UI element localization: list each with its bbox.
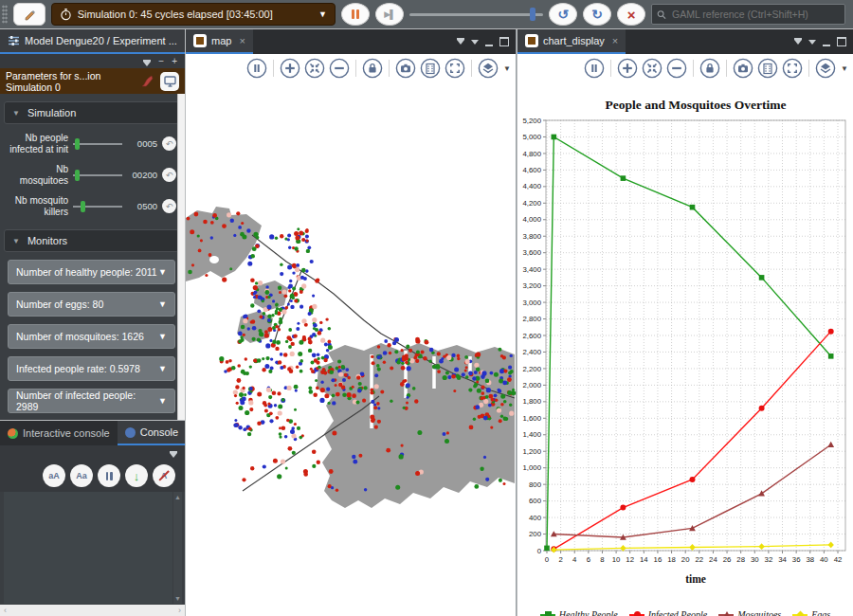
maximize-icon[interactable] [499, 37, 509, 46]
expand-all-icon[interactable]: + [172, 57, 177, 66]
maximize-icon[interactable] [837, 37, 846, 46]
console-output[interactable] [4, 492, 172, 604]
revert-parameter-button[interactable]: ↶ [162, 199, 176, 213]
tab-model-experiment[interactable]: Model Dengue20 / Experiment ... × [0, 29, 185, 54]
svg-text:5,200: 5,200 [522, 117, 541, 125]
scroll-right-icon[interactable]: › [178, 606, 181, 615]
cycle-delay-slider[interactable] [409, 5, 543, 24]
edit-model-button[interactable] [13, 3, 45, 26]
zoom-out-icon[interactable] [329, 58, 350, 79]
map-tabbar: map × [186, 29, 516, 54]
slider-handle[interactable] [75, 138, 80, 150]
filter-icon[interactable] [457, 40, 464, 45]
overlay-icon[interactable] [757, 58, 778, 79]
monitor-dropdown[interactable]: Number of healthy people: 2011 ▼ [8, 260, 175, 284]
pause-icon[interactable] [584, 58, 605, 79]
zoom-in-icon[interactable] [617, 58, 638, 79]
monitor-dropdown[interactable]: Number of eggs: 80 ▼ [8, 292, 175, 317]
legend-marker [718, 610, 734, 616]
tab-map[interactable]: map × [186, 29, 253, 54]
zoom-fit-icon[interactable] [642, 58, 662, 79]
slider-handle[interactable] [81, 201, 85, 212]
sort-icon[interactable] [471, 40, 479, 45]
close-icon[interactable]: × [612, 35, 618, 46]
parameter-value: 0500 [127, 201, 157, 211]
lock-icon[interactable] [362, 58, 383, 79]
monitor-dropdown[interactable]: Number of infected people: 2989 ▼ [8, 389, 175, 413]
pause-icon[interactable] [246, 58, 267, 79]
svg-text:40: 40 [820, 555, 828, 564]
section-monitors[interactable]: ▼ Monitors [4, 229, 179, 252]
revert-parameter-button[interactable]: ↶ [162, 136, 176, 151]
filter-icon[interactable] [170, 453, 177, 458]
sliders-icon [8, 35, 20, 46]
parameter-label: Nb mosquito killers [6, 195, 68, 217]
pause-console-button[interactable] [98, 464, 120, 487]
parameters-scrollbar[interactable] [177, 94, 185, 420]
tab-interactive-console[interactable]: Interactive console [0, 421, 118, 445]
revert-parameter-button[interactable]: ↶ [162, 168, 176, 182]
scroll-down-icon[interactable]: ▼ [174, 595, 181, 602]
layers-icon[interactable] [815, 58, 836, 79]
gaml-search-input[interactable] [670, 8, 840, 21]
snapshot-icon[interactable] [395, 58, 416, 79]
font-increase-button[interactable]: aA [43, 464, 65, 487]
monitor-dropdown[interactable]: Number of mosquitoes: 1626 ▼ [8, 324, 175, 349]
svg-text:1,000: 1,000 [522, 463, 541, 472]
scroll-lock-button[interactable]: ↓ [125, 464, 148, 487]
sync-button[interactable]: ↺ [549, 3, 577, 26]
monitor-icon [164, 76, 176, 87]
console-vertical-scrollbar[interactable]: ▲ ▼ [173, 492, 182, 604]
minimize-icon[interactable] [823, 38, 830, 46]
step-simulation-button[interactable]: ▶▌ [375, 3, 404, 26]
simulation-selector[interactable]: Simulation 0: 45 cycles elapsed [03:45:0… [51, 3, 336, 26]
lock-icon[interactable] [699, 58, 720, 79]
svg-text:3,000: 3,000 [522, 299, 541, 307]
layers-icon[interactable] [478, 58, 499, 79]
parameter-slider[interactable] [73, 200, 122, 213]
fullscreen-icon[interactable] [445, 58, 465, 79]
overlay-icon[interactable] [420, 58, 441, 79]
scroll-up-icon[interactable]: ▲ [174, 494, 181, 500]
zoom-out-icon[interactable] [666, 58, 687, 79]
clear-console-button[interactable]: A [153, 464, 175, 487]
reload-button[interactable]: ↻ [583, 3, 611, 26]
legend-item: Eggs [792, 609, 830, 616]
fullscreen-icon[interactable] [782, 58, 803, 79]
chart-xlabel: time [685, 573, 706, 585]
parameter-slider[interactable] [73, 169, 122, 182]
chevron-down-icon[interactable]: ▼ [841, 64, 848, 73]
close-icon[interactable]: × [239, 35, 245, 46]
pause-simulation-button[interactable] [341, 3, 370, 26]
tab-console[interactable]: Console × [118, 421, 185, 445]
toolbar-drag-handle[interactable] [2, 5, 8, 24]
filter-icon[interactable] [143, 62, 151, 66]
filter-icon[interactable] [794, 40, 802, 45]
svg-text:0: 0 [545, 555, 550, 564]
zoom-in-icon[interactable] [280, 58, 300, 79]
zoom-fit-icon[interactable] [304, 58, 325, 79]
stop-button[interactable]: × [617, 3, 645, 26]
revert-brush-icon[interactable] [140, 74, 155, 89]
svg-text:2,000: 2,000 [522, 381, 541, 390]
scroll-left-icon[interactable]: ‹ [4, 606, 7, 615]
sort-icon[interactable] [808, 40, 816, 45]
parameter-value: 00200 [127, 170, 157, 180]
minimize-icon[interactable] [485, 38, 493, 46]
chevron-down-icon[interactable]: ▼ [503, 64, 511, 73]
gaml-search-box[interactable] [651, 4, 845, 25]
section-simulation[interactable]: ▼ Simulation [4, 101, 179, 124]
slider-handle[interactable] [75, 170, 80, 181]
tab-chart-display[interactable]: chart_display × [517, 29, 626, 54]
display-monitor-button[interactable] [160, 72, 179, 91]
collapse-all-icon[interactable]: − [158, 57, 164, 66]
font-decrease-button[interactable]: Aa [70, 464, 93, 487]
console-horizontal-scrollbar[interactable]: ‹ › [0, 605, 185, 616]
legend-item: Healthy People [540, 609, 618, 616]
map-canvas[interactable] [186, 85, 517, 616]
slider-handle[interactable] [530, 8, 535, 21]
monitor-dropdown[interactable]: Infected people rate: 0.5978 ▼ [8, 356, 175, 381]
svg-text:22: 22 [695, 555, 703, 564]
snapshot-icon[interactable] [733, 58, 753, 79]
parameter-slider[interactable] [73, 137, 122, 151]
